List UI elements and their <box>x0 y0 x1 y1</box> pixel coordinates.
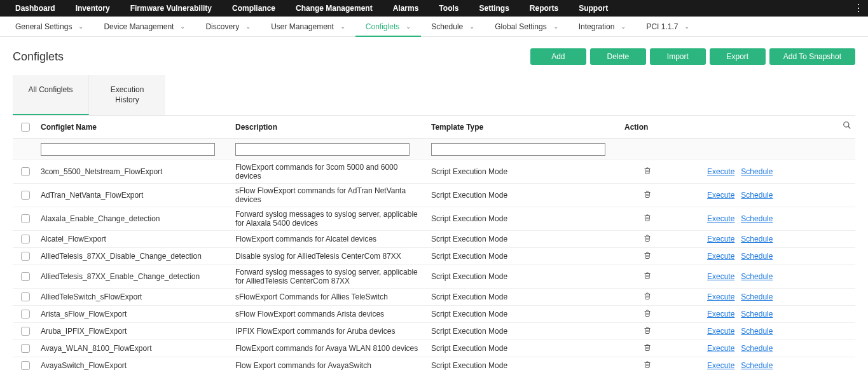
schedule-link[interactable]: Schedule <box>741 344 773 353</box>
row-actions: ExecuteSchedule <box>707 310 773 319</box>
row-checkbox[interactable] <box>21 235 30 243</box>
topnav-item-inventory[interactable]: Inventory <box>65 0 120 17</box>
tab-execution-history[interactable]: ExecutionHistory <box>89 75 165 115</box>
subnav-item-schedule[interactable]: Schedule⌄ <box>421 17 485 37</box>
row-checkbox[interactable] <box>21 214 30 223</box>
add-to-snapshot-button[interactable]: Add To Snapshot <box>769 48 855 65</box>
export-button[interactable]: Export <box>710 48 766 65</box>
trash-icon[interactable] <box>624 361 651 370</box>
trash-icon[interactable] <box>624 235 651 244</box>
cell-name: AlliedTelesis_87XX_Enable_Change_detecti… <box>41 272 235 281</box>
trash-icon[interactable] <box>624 191 651 200</box>
search-icon[interactable] <box>843 121 851 132</box>
execute-link[interactable]: Execute <box>707 292 734 301</box>
cell-description: FlowExport commands for Avaya WLAN 8100 … <box>235 344 431 353</box>
cell-name: Avaya_WLAN_8100_FlowExport <box>41 344 235 353</box>
cell-description: Disable syslog for AlliedTelesis CenterC… <box>235 252 431 261</box>
row-checkbox[interactable] <box>21 252 30 261</box>
row-checkbox[interactable] <box>21 344 30 353</box>
table-row: AdTran_NetVanta_FlowExportsFlow FlowExpo… <box>13 184 855 207</box>
execute-link[interactable]: Execute <box>707 235 734 243</box>
topnav-item-firmware-vulnerability[interactable]: Firmware Vulnerability <box>120 0 222 17</box>
execute-link[interactable]: Execute <box>707 344 734 353</box>
topnav-item-change-management[interactable]: Change Management <box>286 0 383 17</box>
execute-link[interactable]: Execute <box>707 310 734 319</box>
cell-type: Script Execution Mode <box>431 214 624 223</box>
topnav-item-alarms[interactable]: Alarms <box>383 0 429 17</box>
topnav-item-dashboard[interactable]: Dashboard <box>5 0 65 17</box>
row-checkbox[interactable] <box>21 167 30 176</box>
select-all-checkbox[interactable] <box>21 123 30 132</box>
topnav-item-compliance[interactable]: Compliance <box>222 0 286 17</box>
subnav-item-integration[interactable]: Integration⌄ <box>568 17 637 37</box>
filter-name-input[interactable] <box>41 143 215 156</box>
schedule-link[interactable]: Schedule <box>741 235 773 243</box>
trash-icon[interactable] <box>624 272 651 282</box>
row-checkbox[interactable] <box>21 292 30 301</box>
filter-row <box>13 139 855 160</box>
row-checkbox[interactable] <box>21 310 30 319</box>
tab-all-configlets[interactable]: All Configlets <box>13 75 89 115</box>
schedule-link[interactable]: Schedule <box>741 191 773 200</box>
subnav-label: User Management <box>271 17 334 37</box>
delete-button[interactable]: Delete <box>590 48 646 65</box>
cell-type: Script Execution Mode <box>431 252 624 261</box>
subnav-item-device-management[interactable]: Device Management⌄ <box>93 17 195 37</box>
filter-type-input[interactable] <box>431 143 605 156</box>
execute-link[interactable]: Execute <box>707 252 734 261</box>
row-checkbox[interactable] <box>21 361 30 370</box>
subnav-item-user-management[interactable]: User Management⌄ <box>261 17 355 37</box>
add-button[interactable]: Add <box>530 48 586 65</box>
row-checkbox[interactable] <box>21 327 30 336</box>
trash-icon[interactable] <box>624 167 651 177</box>
execute-link[interactable]: Execute <box>707 167 734 176</box>
trash-icon[interactable] <box>624 292 651 302</box>
trash-icon[interactable] <box>624 310 651 319</box>
subnav-item-global-settings[interactable]: Global Settings⌄ <box>485 17 568 37</box>
schedule-link[interactable]: Schedule <box>741 272 773 281</box>
schedule-link[interactable]: Schedule <box>741 327 773 336</box>
schedule-link[interactable]: Schedule <box>741 292 773 301</box>
schedule-link[interactable]: Schedule <box>741 252 773 261</box>
row-checkbox[interactable] <box>21 272 30 281</box>
topnav-item-settings[interactable]: Settings <box>469 0 519 17</box>
trash-icon[interactable] <box>624 252 651 261</box>
execute-link[interactable]: Execute <box>707 191 734 200</box>
schedule-link[interactable]: Schedule <box>741 167 773 176</box>
execute-link[interactable]: Execute <box>707 272 734 281</box>
cell-name: AlliedTeleSwitch_sFlowExport <box>41 292 235 301</box>
col-header-name[interactable]: Configlet Name <box>38 123 235 132</box>
subnav-label: Integration <box>579 17 615 37</box>
schedule-link[interactable]: Schedule <box>741 310 773 319</box>
trash-icon[interactable] <box>624 344 651 353</box>
svg-point-0 <box>844 122 849 127</box>
subnav-item-general-settings[interactable]: General Settings⌄ <box>5 17 93 37</box>
subnav-item-pci-1.1.7[interactable]: PCI 1.1.7⌄ <box>636 17 699 37</box>
subnav-item-discovery[interactable]: Discovery⌄ <box>195 17 261 37</box>
topnav-item-reports[interactable]: Reports <box>520 0 568 17</box>
filter-desc-input[interactable] <box>235 143 410 156</box>
row-checkbox[interactable] <box>21 191 30 200</box>
import-button[interactable]: Import <box>650 48 706 65</box>
schedule-link[interactable]: Schedule <box>741 214 773 223</box>
topnav-item-tools[interactable]: Tools <box>429 0 469 17</box>
execute-link[interactable]: Execute <box>707 327 734 336</box>
topnav-item-support[interactable]: Support <box>568 0 618 17</box>
cell-name: AvayaSwitch_FlowExport <box>41 361 235 370</box>
schedule-link[interactable]: Schedule <box>741 361 773 370</box>
trash-icon[interactable] <box>624 214 651 224</box>
subnav-label: Device Management <box>104 17 174 37</box>
col-header-type[interactable]: Template Type <box>431 123 624 132</box>
execute-link[interactable]: Execute <box>707 214 734 223</box>
subnav-item-configlets[interactable]: Configlets⌄ <box>355 17 421 37</box>
row-actions: ExecuteSchedule <box>707 361 773 370</box>
col-header-description[interactable]: Description <box>235 123 431 132</box>
top-nav: DashboardInventoryFirmware Vulnerability… <box>0 0 868 17</box>
col-header-action: Action <box>624 123 701 132</box>
execute-link[interactable]: Execute <box>707 361 734 370</box>
configlets-table: Configlet Name Description Template Type… <box>13 115 855 370</box>
cell-name: AlliedTelesis_87XX_Disable_Change_detect… <box>41 252 235 261</box>
cell-type: Script Execution Mode <box>431 272 624 281</box>
more-menu-icon[interactable]: ⋮ <box>853 0 863 17</box>
trash-icon[interactable] <box>624 327 651 336</box>
